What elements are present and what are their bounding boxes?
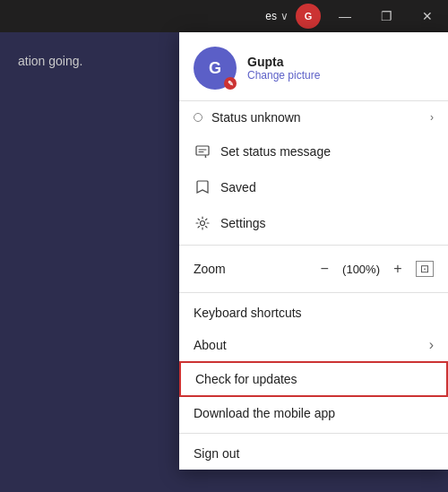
badge-icon: ✎ bbox=[228, 80, 234, 88]
menu-item-status[interactable]: Status unknown › bbox=[179, 101, 448, 134]
profile-avatar: G ✎ bbox=[194, 47, 237, 90]
minimize-button[interactable]: — bbox=[324, 0, 366, 32]
profile-name: Gupta bbox=[247, 55, 320, 69]
zoom-reset-button[interactable]: ⊡ bbox=[416, 261, 434, 277]
menu-item-set-status[interactable]: Set status message bbox=[179, 134, 448, 169]
menu-item-sign-out[interactable]: Sign out bbox=[179, 437, 448, 470]
divider-3 bbox=[179, 433, 448, 434]
lang-chevron: ∨ bbox=[280, 10, 289, 22]
status-label: Status unknown bbox=[211, 110, 421, 125]
saved-label: Saved bbox=[220, 180, 434, 194]
settings-label: Settings bbox=[220, 216, 434, 230]
svg-point-1 bbox=[201, 221, 205, 226]
profile-section: G ✎ Gupta Change picture bbox=[179, 32, 448, 101]
zoom-value: (100%) bbox=[342, 263, 380, 276]
profile-info: Gupta Change picture bbox=[247, 55, 320, 82]
background-text: ation going. bbox=[18, 54, 82, 68]
status-dot-icon bbox=[194, 113, 202, 122]
menu-item-download-mobile[interactable]: Download the mobile app bbox=[179, 397, 448, 429]
set-status-label: Set status message bbox=[220, 144, 434, 159]
zoom-plus-button[interactable]: + bbox=[387, 258, 409, 280]
check-for-updates-label: Check for updates bbox=[195, 372, 432, 386]
zoom-label: Zoom bbox=[194, 262, 306, 276]
menu-item-about[interactable]: About › bbox=[179, 329, 448, 361]
menu-item-check-for-updates[interactable]: Check for updates bbox=[179, 361, 448, 397]
lang-label: es bbox=[265, 10, 277, 22]
titlebar: es ∨ G — ❐ ✕ bbox=[0, 0, 448, 32]
zoom-section: Zoom − (100%) + ⊡ bbox=[179, 249, 448, 289]
about-label: About bbox=[194, 338, 227, 352]
restore-button[interactable]: ❐ bbox=[366, 0, 407, 32]
saved-icon bbox=[194, 178, 211, 196]
divider-1 bbox=[179, 245, 448, 246]
avatar-badge: ✎ bbox=[224, 77, 237, 90]
svg-rect-0 bbox=[196, 146, 209, 155]
zoom-minus-button[interactable]: − bbox=[314, 258, 335, 280]
user-avatar-button[interactable]: G bbox=[296, 4, 321, 29]
about-chevron-icon: › bbox=[429, 337, 434, 353]
avatar-initials: G bbox=[209, 59, 221, 78]
zoom-reset-icon: ⊡ bbox=[420, 263, 429, 275]
keyboard-shortcuts-label: Keyboard shortcuts bbox=[194, 306, 302, 320]
menu-item-settings[interactable]: Settings bbox=[179, 205, 448, 241]
sign-out-label: Sign out bbox=[194, 446, 239, 461]
set-status-icon bbox=[194, 142, 211, 160]
change-picture-link[interactable]: Change picture bbox=[247, 69, 320, 82]
close-button[interactable]: ✕ bbox=[407, 0, 448, 32]
menu-item-keyboard-shortcuts[interactable]: Keyboard shortcuts bbox=[179, 297, 448, 329]
download-mobile-label: Download the mobile app bbox=[194, 406, 335, 420]
user-menu-dropdown: G ✎ Gupta Change picture Status unknown … bbox=[179, 32, 448, 470]
divider-2 bbox=[179, 292, 448, 293]
status-chevron-icon: › bbox=[430, 111, 434, 124]
settings-gear-icon bbox=[194, 214, 211, 232]
menu-item-saved[interactable]: Saved bbox=[179, 169, 448, 205]
